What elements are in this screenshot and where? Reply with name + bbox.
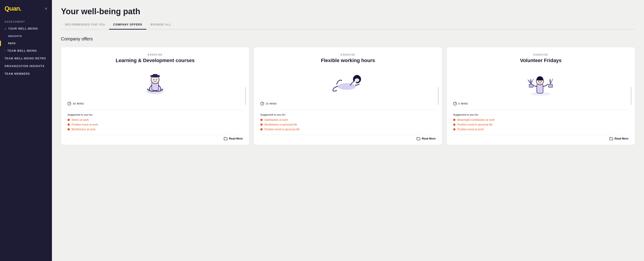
sidebar: Quan. ✕ ASSESSMENT ∨ YOUR WELL-BEING INS… xyxy=(0,0,52,261)
tag-label: Positive mood at work xyxy=(72,123,98,126)
card-1-type: EXERCISE xyxy=(68,54,243,56)
scroll-indicator-1 xyxy=(245,87,246,105)
card-3-illustration xyxy=(453,68,628,98)
tab-company-offers[interactable]: COMPANY OFFERS xyxy=(109,21,146,30)
tab-recommended[interactable]: RECOMMENDED FOR YOU xyxy=(61,21,109,30)
sidebar-item-team-well-being-retro[interactable]: TEAM WELL-BEING RETRO xyxy=(0,55,52,62)
svg-rect-15 xyxy=(529,84,533,88)
sidebar-item-team-members[interactable]: TEAM MEMBERS xyxy=(0,70,52,78)
page-title: Your well-being path xyxy=(61,7,635,16)
scroll-indicator-2 xyxy=(438,87,439,105)
card-1-duration: 30 MINS xyxy=(68,102,243,106)
tag-label: Positive mood in personal life xyxy=(264,128,300,131)
read-more-button-1[interactable]: Read More xyxy=(224,137,243,140)
svg-rect-4 xyxy=(153,74,158,77)
card-1-illustration xyxy=(68,68,243,98)
logo: Quan. xyxy=(4,5,21,12)
read-more-button-2[interactable]: Read More xyxy=(416,137,436,140)
svg-point-18 xyxy=(540,81,542,82)
card-2-tags: Satisfaction at work Mindfulness in pers… xyxy=(260,118,436,131)
card-3-type: EXERCISE xyxy=(453,54,628,56)
sidebar-item-your-well-being[interactable]: ∨ YOUR WELL-BEING xyxy=(0,25,52,32)
tag-dot xyxy=(260,119,262,121)
sidebar-item-organization-insights[interactable]: ORGANIZATION INSIGHTS xyxy=(0,62,52,70)
svg-point-6 xyxy=(156,79,157,80)
card-flexible-hours: EXERCISE Flexible working hours xyxy=(254,47,442,145)
svg-point-17 xyxy=(538,81,539,82)
sidebar-item-team-well-being[interactable]: › TEAM WELL-BEING xyxy=(0,47,52,55)
card-2-illustration xyxy=(260,68,436,98)
tag-item: Satisfaction at work xyxy=(260,118,436,122)
sidebar-item-path[interactable]: PATH xyxy=(0,40,52,47)
chevron-down-icon: ∨ xyxy=(4,28,6,30)
card-1-suggested-label: Suggested to you for: xyxy=(68,113,243,116)
tag-label: Mindfulness in personal life xyxy=(264,123,297,126)
card-2-suggested-label: Suggested to you for: xyxy=(260,113,436,116)
card-2-title: Flexible working hours xyxy=(260,57,436,64)
main-header: Your well-being path RECOMMENDED FOR YOU… xyxy=(52,0,644,30)
card-volunteer-fridays: EXERCISE Volunteer Fridays xyxy=(447,47,635,145)
tag-label: Meaningful contribution at work xyxy=(457,118,495,122)
tag-item: Stress at work xyxy=(68,118,243,122)
tag-dot xyxy=(68,124,70,126)
clock-icon-3 xyxy=(453,102,457,106)
svg-point-7 xyxy=(338,83,356,90)
tag-label: Satisfaction at work xyxy=(264,118,288,122)
tag-dot xyxy=(68,128,70,130)
svg-rect-16 xyxy=(548,84,552,88)
tag-item: Positive mood in personal life xyxy=(260,128,436,131)
tag-item: Mindfulness in personal life xyxy=(260,123,436,126)
card-3-title: Volunteer Fridays xyxy=(453,57,628,64)
clock-icon-2 xyxy=(260,102,264,106)
card-learning-development: EXERCISE Learning & Development courses xyxy=(61,47,249,145)
tag-item: Positive mood at work xyxy=(68,123,243,126)
tag-item: Positive mood in personal life xyxy=(453,123,628,126)
cards-row: EXERCISE Learning & Development courses xyxy=(61,47,635,145)
tag-label: Positive mood at work xyxy=(457,128,484,131)
tag-dot xyxy=(68,119,70,121)
card-2-type: EXERCISE xyxy=(260,54,436,56)
svg-point-11 xyxy=(354,81,356,83)
assessment-label: ASSESSMENT xyxy=(0,16,52,25)
close-button[interactable]: ✕ xyxy=(44,6,48,11)
svg-point-5 xyxy=(153,79,154,80)
chevron-right-icon: › xyxy=(4,50,6,52)
card-3-suggested-label: Suggested to you for: xyxy=(453,113,628,116)
folder-icon-2 xyxy=(416,137,420,140)
card-1-footer: Read More xyxy=(68,134,243,140)
card-2-duration: 10 MINS xyxy=(260,102,436,106)
scroll-indicator-3 xyxy=(631,87,632,105)
tag-item: Mindfulness at work xyxy=(68,128,243,131)
card-1-tags: Stress at work Positive mood at work Min… xyxy=(68,118,243,131)
content-area: Company offers EXERCISE Learning & Devel… xyxy=(52,30,644,154)
card-2-footer: Read More xyxy=(260,134,436,140)
tag-label: Mindfulness at work xyxy=(72,128,96,131)
card-3-duration: 5 MINS xyxy=(453,102,628,106)
tag-label: Positive mood in personal life xyxy=(457,123,492,126)
tabs: RECOMMENDED FOR YOU COMPANY OFFERS BROWS… xyxy=(61,21,635,30)
clock-icon-1 xyxy=(68,102,71,106)
folder-icon-3 xyxy=(610,137,613,140)
sidebar-header: Quan. ✕ xyxy=(0,0,52,16)
tab-browse-all[interactable]: BROWSE ALL xyxy=(146,21,175,30)
main-content: Your well-being path RECOMMENDED FOR YOU… xyxy=(52,0,644,261)
read-more-button-3[interactable]: Read More xyxy=(610,137,628,140)
card-1-svg xyxy=(140,70,170,97)
svg-rect-13 xyxy=(537,84,543,93)
tag-dot xyxy=(260,128,262,130)
tag-item: Meaningful contribution at work xyxy=(453,118,628,122)
folder-icon-1 xyxy=(224,137,228,140)
section-title: Company offers xyxy=(61,36,635,42)
card-3-tags: Meaningful contribution at work Positive… xyxy=(453,118,628,131)
tag-dot xyxy=(453,119,456,121)
tag-dot xyxy=(260,124,262,126)
tag-item: Positive mood at work xyxy=(453,128,628,131)
card-3-footer: Read More xyxy=(453,134,628,140)
tag-label: Stress at work xyxy=(72,118,89,122)
card-3-svg xyxy=(525,70,556,97)
tag-dot xyxy=(453,124,456,126)
tag-dot xyxy=(453,128,456,130)
card-1-title: Learning & Development courses xyxy=(68,57,243,64)
card-2-svg xyxy=(330,71,366,96)
sidebar-item-insights[interactable]: INSIGHTS xyxy=(0,32,52,40)
